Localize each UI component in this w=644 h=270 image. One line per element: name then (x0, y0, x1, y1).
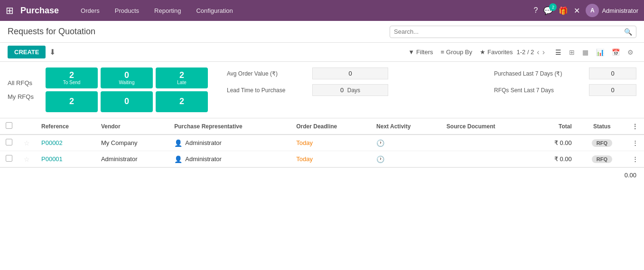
row-total: ₹ 0.00 (533, 151, 578, 167)
menu-configuration[interactable]: Configuration (188, 0, 240, 21)
row-status: RFQ (578, 135, 626, 151)
my-waiting-card[interactable]: 0 (101, 91, 153, 112)
my-to-send-card[interactable]: 2 (46, 91, 98, 112)
top-navigation: ⊞ Purchase Orders Products Reporting Con… (0, 0, 644, 21)
search-input[interactable] (394, 28, 624, 35)
lead-time-unit: Days (347, 87, 360, 94)
row-next-activity[interactable]: 🕐 (371, 135, 441, 151)
row-reference[interactable]: P00001 (36, 151, 95, 167)
main-menu: Orders Products Reporting Configuration (73, 0, 241, 21)
menu-orders[interactable]: Orders (73, 0, 107, 21)
my-late-card[interactable]: 2 (156, 91, 208, 112)
table-header-row: Reference Vendor Purchase Representative… (0, 118, 644, 135)
menu-products[interactable]: Products (107, 0, 147, 21)
user-avatar[interactable]: A Administrator (586, 4, 638, 17)
row-deadline: Today (290, 151, 371, 167)
rfqs-sent-row: RFQs Sent Last 7 Days 0 (494, 84, 636, 96)
rfq-labels: All RFQs My RFQs (8, 68, 46, 112)
filter-icon: ▼ (408, 48, 414, 56)
footer-total: 0.00 (625, 172, 636, 179)
activity-clock-icon[interactable]: 🕐 (376, 155, 384, 163)
filters-button[interactable]: ▼ Filters (408, 48, 433, 56)
late-card[interactable]: 2 Late (156, 68, 208, 88)
status-badge: RFQ (592, 155, 612, 163)
messaging-icon[interactable]: 💬 2 (543, 6, 553, 15)
my-waiting-number: 0 (124, 97, 129, 106)
group-by-button[interactable]: ≡ Group By (441, 48, 473, 56)
col-status[interactable]: Status (578, 118, 626, 135)
help-icon[interactable]: ? (534, 6, 538, 15)
lead-time-label: Lead Time to Purchase (227, 87, 312, 94)
grid-view-button[interactable]: ▦ (579, 47, 591, 58)
waiting-number: 0 (124, 71, 129, 80)
row-checkbox-cell[interactable] (0, 151, 18, 167)
lead-time-row: Lead Time to Purchase 0 Days (227, 84, 485, 96)
col-vendor[interactable]: Vendor (95, 118, 168, 135)
kanban-view-button[interactable]: ⊞ (566, 47, 578, 58)
row-next-activity[interactable]: 🕐 (371, 151, 441, 167)
row-checkbox[interactable] (6, 155, 12, 162)
more-options-col: ⋮ (626, 118, 644, 135)
star-col-header (18, 118, 36, 135)
row-source-doc (441, 151, 533, 167)
deadline-value: Today (296, 139, 313, 146)
row-reference[interactable]: P00002 (36, 135, 95, 151)
to-send-card[interactable]: 2 To Send (46, 68, 98, 88)
page-title: Requests for Quotation (8, 25, 390, 39)
rfq-cards-group: 2 To Send 0 Waiting 2 Late 2 0 (46, 68, 208, 112)
download-icon[interactable]: ⬇ (49, 48, 56, 57)
favorites-button[interactable]: ★ Favorites (480, 48, 513, 56)
row-total: ₹ 0.00 (533, 135, 578, 151)
row-more-options[interactable]: ⋮ (626, 135, 644, 151)
row-star-cell[interactable]: ☆ (18, 135, 36, 151)
reference-link[interactable]: P00001 (41, 155, 63, 163)
calendar-view-button[interactable]: 📅 (609, 47, 623, 58)
close-icon[interactable]: ✕ (574, 6, 580, 15)
star-icon[interactable]: ☆ (24, 155, 30, 163)
select-all-checkbox[interactable] (6, 122, 12, 129)
username: Administrator (602, 7, 638, 14)
to-send-number: 2 (69, 71, 74, 80)
star-icon[interactable]: ☆ (24, 139, 30, 147)
table-row[interactable]: ☆ P00002 My Company 👤 Administrator Toda… (0, 135, 644, 151)
menu-reporting[interactable]: Reporting (147, 0, 188, 21)
activity-clock-icon[interactable]: 🕐 (376, 139, 384, 147)
table-section: Reference Vendor Purchase Representative… (0, 118, 644, 167)
col-next-activity[interactable]: Next Activity (371, 118, 441, 135)
row-more-options[interactable]: ⋮ (626, 151, 644, 167)
next-page-button[interactable]: › (542, 48, 545, 57)
list-view-button[interactable]: ☰ (552, 47, 564, 58)
waiting-card[interactable]: 0 Waiting (101, 68, 153, 88)
my-rfqs-label: My RFQs (8, 93, 46, 100)
app-title[interactable]: Purchase (20, 6, 59, 16)
col-source-doc[interactable]: Source Document (441, 118, 533, 135)
col-reference[interactable]: Reference (36, 118, 95, 135)
row-vendor: My Company (95, 135, 168, 151)
row-checkbox-cell[interactable] (0, 135, 18, 151)
view-icons: ☰ ⊞ ▦ 📊 📅 ⚙ (552, 47, 636, 58)
row-star-cell[interactable]: ☆ (18, 151, 36, 167)
toolbar-filters: ▼ Filters ≡ Group By ★ Favorites (408, 48, 513, 56)
rep-name: Administrator (185, 155, 222, 163)
col-order-deadline[interactable]: Order Deadline (290, 118, 371, 135)
settings-view-button[interactable]: ⚙ (625, 47, 636, 58)
stats-right: Purchased Last 7 Days (₹) 0 RFQs Sent La… (494, 68, 636, 112)
select-all-header[interactable] (0, 118, 18, 135)
col-purchase-rep[interactable]: Purchase Representative (168, 118, 290, 135)
search-container: 🔍 (390, 26, 636, 38)
row-purchase-rep: 👤 Administrator (168, 151, 290, 167)
late-number: 2 (179, 71, 184, 80)
reference-link[interactable]: P00002 (41, 139, 63, 146)
gift-icon[interactable]: 🎁 (559, 6, 568, 15)
purchased-last-label: Purchased Last 7 Days (₹) (494, 70, 589, 77)
row-checkbox[interactable] (6, 139, 12, 145)
row-source-doc (441, 135, 533, 151)
row-status: RFQ (578, 151, 626, 167)
chart-view-button[interactable]: 📊 (593, 47, 607, 58)
prev-page-button[interactable]: ‹ (537, 48, 539, 57)
table-row[interactable]: ☆ P00001 Administrator 👤 Administrator T… (0, 151, 644, 167)
waiting-label: Waiting (119, 80, 135, 85)
create-button[interactable]: CREATE (8, 46, 46, 58)
apps-menu-icon[interactable]: ⊞ (6, 5, 14, 16)
col-total[interactable]: Total (533, 118, 578, 135)
